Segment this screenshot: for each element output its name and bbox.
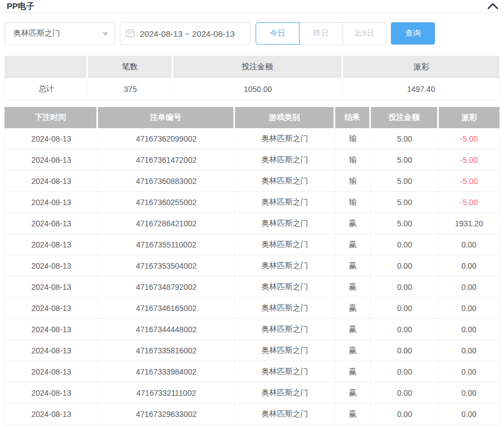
bet-amount-cell: 5.00 bbox=[371, 171, 439, 192]
bet-id-cell: 47167360883002 bbox=[98, 171, 235, 192]
summary-total-label: 总计 bbox=[4, 78, 88, 100]
chevron-up-icon bbox=[487, 3, 498, 12]
payout-cell: 0.00 bbox=[439, 234, 500, 255]
record-row: 2024-08-1347167361472002奥林匹斯之门输5.00-5.00 bbox=[4, 149, 500, 171]
payout-cell: -5.00 bbox=[439, 192, 500, 213]
result-cell: 赢 bbox=[335, 404, 371, 425]
summary-total-row: 总计 375 1050.00 1497.40 bbox=[4, 78, 500, 100]
bet-time-cell: 2024-08-13 bbox=[4, 340, 98, 361]
result-cell: 赢 bbox=[335, 361, 371, 382]
bet-amount-cell: 5.00 bbox=[371, 128, 439, 149]
result-cell: 赢 bbox=[335, 213, 371, 234]
record-row: 2024-08-1347167333984002奥林匹斯之门赢0.000.00 bbox=[4, 361, 500, 382]
result-cell: 输 bbox=[335, 171, 371, 192]
bet-id-cell: 47167344448002 bbox=[98, 319, 235, 340]
payout-cell: 0.00 bbox=[439, 319, 500, 340]
bet-id-cell: 47167329633002 bbox=[98, 404, 235, 425]
bet-amount-cell: 0.00 bbox=[371, 361, 439, 382]
chevron-down-icon bbox=[102, 32, 108, 36]
game-category-cell: 奥林匹斯之门 bbox=[235, 255, 335, 276]
record-row: 2024-08-1347167360883002奥林匹斯之门输5.00-5.00 bbox=[4, 171, 500, 192]
bet-time-cell: 2024-08-13 bbox=[4, 361, 98, 382]
record-row: 2024-08-1347167332111002奥林匹斯之门赢0.000.00 bbox=[4, 382, 500, 404]
bet-time-cell: 2024-08-13 bbox=[4, 213, 98, 234]
bet-time-cell: 2024-08-13 bbox=[4, 149, 98, 171]
bet-time-cell: 2024-08-13 bbox=[4, 192, 98, 213]
header-bet-amount: 投注金额 bbox=[371, 107, 439, 128]
summary-header-count: 笔数 bbox=[88, 56, 173, 78]
game-select[interactable]: 奥林匹斯之门 bbox=[4, 22, 115, 45]
game-select-value: 奥林匹斯之门 bbox=[13, 28, 60, 38]
filter-bar: 奥林匹斯之门 2024-08-13 ~ 2024-08-13 今日 昨日 近 bbox=[4, 22, 500, 45]
payout-cell: 0.00 bbox=[439, 298, 500, 319]
range-today-button[interactable]: 今日 bbox=[256, 22, 300, 45]
record-row: 2024-08-1347167329633002奥林匹斯之门赢0.000.00 bbox=[4, 404, 500, 425]
bet-id-cell: 47167360255002 bbox=[98, 192, 235, 213]
bet-time-cell: 2024-08-13 bbox=[4, 255, 98, 276]
bet-id-cell: 47167362099002 bbox=[98, 128, 235, 149]
calendar-icon bbox=[126, 28, 140, 39]
bet-id-cell: 47167286421002 bbox=[98, 213, 235, 234]
summary-header-blank bbox=[4, 56, 88, 78]
bet-records-table: 下注时间 注单编号 游戏类别 结果 投注金额 派彩 2024-08-134716… bbox=[4, 107, 500, 425]
game-category-cell: 奥林匹斯之门 bbox=[235, 276, 335, 298]
payout-cell: 0.00 bbox=[439, 382, 500, 404]
bet-amount-cell: 0.00 bbox=[371, 276, 439, 298]
game-category-cell: 奥林匹斯之门 bbox=[235, 192, 335, 213]
game-category-cell: 奥林匹斯之门 bbox=[235, 361, 335, 382]
summary-total-count: 375 bbox=[88, 78, 173, 100]
record-row: 2024-08-1347167362099002奥林匹斯之门输5.00-5.00 bbox=[4, 128, 500, 149]
bet-time-cell: 2024-08-13 bbox=[4, 128, 98, 149]
payout-cell: -5.00 bbox=[439, 128, 500, 149]
payout-cell: 1931.20 bbox=[439, 213, 500, 234]
record-row: 2024-08-1347167344448002奥林匹斯之门赢0.000.00 bbox=[4, 319, 500, 340]
bet-time-cell: 2024-08-13 bbox=[4, 276, 98, 298]
summary-total-payout: 1497.40 bbox=[343, 78, 500, 100]
result-cell: 赢 bbox=[335, 319, 371, 340]
bet-time-cell: 2024-08-13 bbox=[4, 382, 98, 404]
page-title: PP电子 bbox=[7, 1, 35, 12]
result-cell: 赢 bbox=[335, 276, 371, 298]
result-cell: 赢 bbox=[335, 382, 371, 404]
payout-cell: 0.00 bbox=[439, 404, 500, 425]
bet-id-cell: 47167348792002 bbox=[98, 276, 235, 298]
records-body: 2024-08-1347167362099002奥林匹斯之门输5.00-5.00… bbox=[4, 128, 500, 425]
payout-cell: -5.00 bbox=[439, 171, 500, 192]
bet-amount-cell: 0.00 bbox=[371, 255, 439, 276]
record-row: 2024-08-1347167355110002奥林匹斯之门赢0.000.00 bbox=[4, 234, 500, 255]
summary-total-bet-amount: 1050.00 bbox=[173, 78, 343, 100]
range-last8days-button[interactable]: 近8日 bbox=[342, 22, 386, 45]
bet-id-cell: 47167333984002 bbox=[98, 361, 235, 382]
result-cell: 赢 bbox=[335, 340, 371, 361]
result-cell: 输 bbox=[335, 128, 371, 149]
payout-cell: -5.00 bbox=[439, 149, 500, 171]
game-category-cell: 奥林匹斯之门 bbox=[235, 382, 335, 404]
date-range-value: 2024-08-13 ~ 2024-08-13 bbox=[140, 29, 235, 38]
result-cell: 赢 bbox=[335, 255, 371, 276]
bet-time-cell: 2024-08-13 bbox=[4, 171, 98, 192]
game-category-cell: 奥林匹斯之门 bbox=[235, 298, 335, 319]
bet-amount-cell: 5.00 bbox=[371, 192, 439, 213]
panel-header: PP电子 bbox=[4, 0, 500, 13]
record-row: 2024-08-1347167353504002奥林匹斯之门赢0.000.00 bbox=[4, 255, 500, 276]
header-bet-id: 注单编号 bbox=[98, 107, 235, 128]
range-yesterday-button[interactable]: 昨日 bbox=[299, 22, 343, 45]
bet-amount-cell: 0.00 bbox=[371, 298, 439, 319]
game-category-cell: 奥林匹斯之门 bbox=[235, 234, 335, 255]
summary-header-row: 笔数 投注金额 派彩 bbox=[4, 56, 500, 78]
bet-id-cell: 47167335816002 bbox=[98, 340, 235, 361]
date-range-picker[interactable]: 2024-08-13 ~ 2024-08-13 bbox=[120, 22, 251, 45]
bet-amount-cell: 5.00 bbox=[371, 149, 439, 171]
query-button[interactable]: 查询 bbox=[391, 22, 435, 45]
collapse-panel-button[interactable] bbox=[487, 2, 498, 10]
bet-id-cell: 47167355110002 bbox=[98, 234, 235, 255]
bet-amount-cell: 0.00 bbox=[371, 382, 439, 404]
bet-amount-cell: 0.00 bbox=[371, 340, 439, 361]
bet-amount-cell: 5.00 bbox=[371, 213, 439, 234]
bet-time-cell: 2024-08-13 bbox=[4, 234, 98, 255]
game-category-cell: 奥林匹斯之门 bbox=[235, 128, 335, 149]
game-category-cell: 奥林匹斯之门 bbox=[235, 319, 335, 340]
result-cell: 赢 bbox=[335, 298, 371, 319]
game-category-cell: 奥林匹斯之门 bbox=[235, 404, 335, 425]
game-category-cell: 奥林匹斯之门 bbox=[235, 340, 335, 361]
